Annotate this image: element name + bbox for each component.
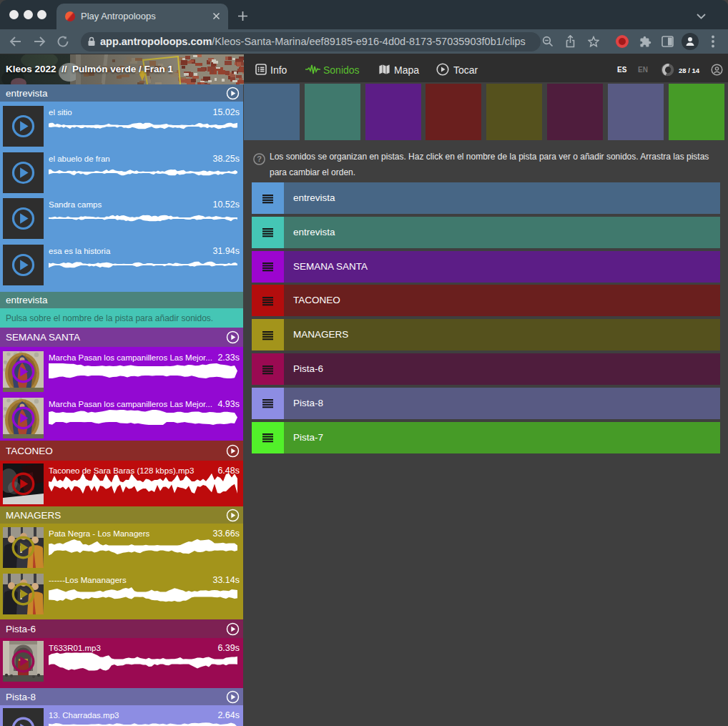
svg-text:?: ? [257, 154, 262, 163]
